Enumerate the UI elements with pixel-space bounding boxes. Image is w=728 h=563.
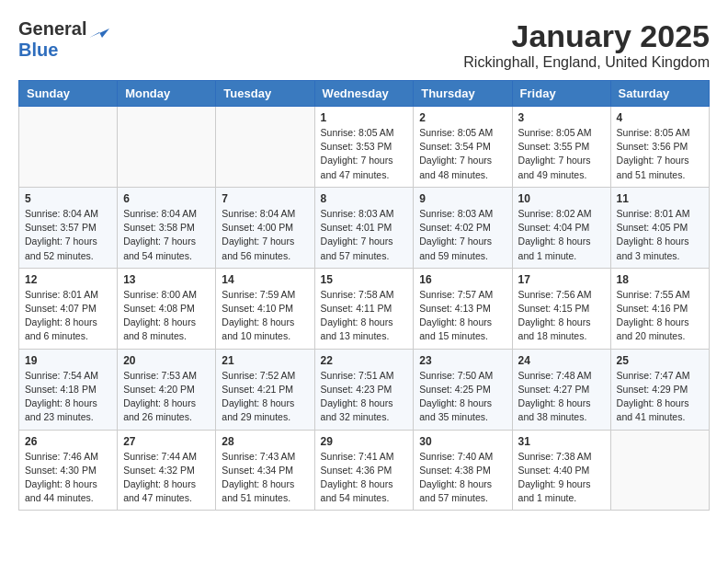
day-info: Sunrise: 8:05 AMSunset: 3:55 PMDaylight:… xyxy=(518,126,605,182)
day-info: Sunrise: 8:02 AMSunset: 4:04 PMDaylight:… xyxy=(518,207,605,263)
logo: General Blue xyxy=(18,18,109,61)
day-info: Sunrise: 8:00 AMSunset: 4:08 PMDaylight:… xyxy=(123,288,210,344)
col-monday: Monday xyxy=(118,81,216,107)
day-number: 29 xyxy=(321,435,408,448)
day-number: 23 xyxy=(419,354,506,367)
calendar-cell xyxy=(118,107,216,188)
day-info: Sunrise: 8:05 AMSunset: 3:56 PMDaylight:… xyxy=(617,126,703,182)
calendar-cell: 30Sunrise: 7:40 AMSunset: 4:38 PMDayligh… xyxy=(414,430,512,511)
calendar-cell: 13Sunrise: 8:00 AMSunset: 4:08 PMDayligh… xyxy=(118,268,216,349)
day-info: Sunrise: 7:53 AMSunset: 4:20 PMDaylight:… xyxy=(123,369,210,425)
calendar-cell: 5Sunrise: 8:04 AMSunset: 3:57 PMDaylight… xyxy=(19,187,118,268)
calendar-cell: 3Sunrise: 8:05 AMSunset: 3:55 PMDaylight… xyxy=(512,107,610,188)
day-info: Sunrise: 8:03 AMSunset: 4:01 PMDaylight:… xyxy=(321,207,408,263)
day-info: Sunrise: 8:04 AMSunset: 3:58 PMDaylight:… xyxy=(123,207,210,263)
day-number: 7 xyxy=(222,192,308,205)
calendar-cell: 6Sunrise: 8:04 AMSunset: 3:58 PMDaylight… xyxy=(118,187,216,268)
day-info: Sunrise: 7:52 AMSunset: 4:21 PMDaylight:… xyxy=(222,369,308,425)
col-thursday: Thursday xyxy=(414,81,512,107)
calendar-cell xyxy=(19,107,118,188)
day-info: Sunrise: 8:05 AMSunset: 3:54 PMDaylight:… xyxy=(419,126,506,182)
day-info: Sunrise: 7:51 AMSunset: 4:23 PMDaylight:… xyxy=(321,369,408,425)
calendar-cell: 8Sunrise: 8:03 AMSunset: 4:01 PMDaylight… xyxy=(314,187,414,268)
day-info: Sunrise: 8:01 AMSunset: 4:07 PMDaylight:… xyxy=(25,288,111,344)
day-info: Sunrise: 8:04 AMSunset: 3:57 PMDaylight:… xyxy=(25,207,111,263)
calendar-cell xyxy=(216,107,314,188)
day-info: Sunrise: 7:57 AMSunset: 4:13 PMDaylight:… xyxy=(419,288,506,344)
calendar-week-row: 1Sunrise: 8:05 AMSunset: 3:53 PMDaylight… xyxy=(19,107,710,188)
calendar-cell: 23Sunrise: 7:50 AMSunset: 4:25 PMDayligh… xyxy=(414,349,512,430)
col-sunday: Sunday xyxy=(19,81,118,107)
calendar-cell: 1Sunrise: 8:05 AMSunset: 3:53 PMDaylight… xyxy=(314,107,414,188)
day-info: Sunrise: 7:56 AMSunset: 4:15 PMDaylight:… xyxy=(518,288,605,344)
col-friday: Friday xyxy=(512,81,610,107)
day-number: 14 xyxy=(222,273,308,286)
calendar-cell: 17Sunrise: 7:56 AMSunset: 4:15 PMDayligh… xyxy=(512,268,610,349)
header: General Blue January 2025 Rickinghall, E… xyxy=(18,18,710,71)
day-number: 30 xyxy=(419,435,506,448)
calendar-cell xyxy=(610,430,709,511)
calendar-cell: 21Sunrise: 7:52 AMSunset: 4:21 PMDayligh… xyxy=(216,349,314,430)
col-saturday: Saturday xyxy=(610,81,709,107)
day-number: 25 xyxy=(617,354,703,367)
day-info: Sunrise: 7:46 AMSunset: 4:30 PMDaylight:… xyxy=(25,450,111,506)
day-number: 15 xyxy=(321,273,408,286)
day-info: Sunrise: 7:41 AMSunset: 4:36 PMDaylight:… xyxy=(321,450,408,506)
calendar-cell: 7Sunrise: 8:04 AMSunset: 4:00 PMDaylight… xyxy=(216,187,314,268)
day-info: Sunrise: 7:50 AMSunset: 4:25 PMDaylight:… xyxy=(419,369,506,425)
calendar-week-row: 5Sunrise: 8:04 AMSunset: 3:57 PMDaylight… xyxy=(19,187,710,268)
col-wednesday: Wednesday xyxy=(314,81,414,107)
calendar-cell: 25Sunrise: 7:47 AMSunset: 4:29 PMDayligh… xyxy=(610,349,709,430)
day-info: Sunrise: 7:43 AMSunset: 4:34 PMDaylight:… xyxy=(222,450,308,506)
day-number: 27 xyxy=(123,435,210,448)
day-info: Sunrise: 7:48 AMSunset: 4:27 PMDaylight:… xyxy=(518,369,605,425)
day-number: 1 xyxy=(321,111,408,124)
calendar-cell: 9Sunrise: 8:03 AMSunset: 4:02 PMDaylight… xyxy=(414,187,512,268)
day-number: 26 xyxy=(25,435,111,448)
calendar-cell: 18Sunrise: 7:55 AMSunset: 4:16 PMDayligh… xyxy=(610,268,709,349)
day-number: 13 xyxy=(123,273,210,286)
calendar-week-row: 26Sunrise: 7:46 AMSunset: 4:30 PMDayligh… xyxy=(19,430,710,511)
day-number: 10 xyxy=(518,192,605,205)
day-info: Sunrise: 7:55 AMSunset: 4:16 PMDaylight:… xyxy=(617,288,703,344)
day-number: 28 xyxy=(222,435,308,448)
calendar-table: Sunday Monday Tuesday Wednesday Thursday… xyxy=(18,80,710,511)
day-info: Sunrise: 7:47 AMSunset: 4:29 PMDaylight:… xyxy=(617,369,703,425)
calendar-cell: 22Sunrise: 7:51 AMSunset: 4:23 PMDayligh… xyxy=(314,349,414,430)
calendar-cell: 16Sunrise: 7:57 AMSunset: 4:13 PMDayligh… xyxy=(414,268,512,349)
day-number: 24 xyxy=(518,354,605,367)
title-area: January 2025 Rickinghall, England, Unite… xyxy=(463,18,710,71)
calendar-cell: 11Sunrise: 8:01 AMSunset: 4:05 PMDayligh… xyxy=(610,187,709,268)
day-info: Sunrise: 8:04 AMSunset: 4:00 PMDaylight:… xyxy=(222,207,308,263)
logo-general: General xyxy=(18,18,86,40)
day-number: 16 xyxy=(419,273,506,286)
day-info: Sunrise: 7:38 AMSunset: 4:40 PMDaylight:… xyxy=(518,450,605,506)
svg-marker-0 xyxy=(89,29,109,38)
location: Rickinghall, England, United Kingdom xyxy=(463,54,710,71)
day-number: 21 xyxy=(222,354,308,367)
calendar-cell: 26Sunrise: 7:46 AMSunset: 4:30 PMDayligh… xyxy=(19,430,118,511)
day-number: 9 xyxy=(419,192,506,205)
calendar-cell: 15Sunrise: 7:58 AMSunset: 4:11 PMDayligh… xyxy=(314,268,414,349)
calendar-cell: 12Sunrise: 8:01 AMSunset: 4:07 PMDayligh… xyxy=(19,268,118,349)
day-info: Sunrise: 8:01 AMSunset: 4:05 PMDaylight:… xyxy=(617,207,703,263)
day-number: 4 xyxy=(617,111,703,124)
day-info: Sunrise: 7:58 AMSunset: 4:11 PMDaylight:… xyxy=(321,288,408,344)
day-info: Sunrise: 8:03 AMSunset: 4:02 PMDaylight:… xyxy=(419,207,506,263)
day-number: 8 xyxy=(321,192,408,205)
day-number: 2 xyxy=(419,111,506,124)
calendar-cell: 4Sunrise: 8:05 AMSunset: 3:56 PMDaylight… xyxy=(610,107,709,188)
col-tuesday: Tuesday xyxy=(216,81,314,107)
day-number: 18 xyxy=(617,273,703,286)
day-number: 12 xyxy=(25,273,111,286)
calendar-cell: 20Sunrise: 7:53 AMSunset: 4:20 PMDayligh… xyxy=(118,349,216,430)
calendar-cell: 28Sunrise: 7:43 AMSunset: 4:34 PMDayligh… xyxy=(216,430,314,511)
calendar-cell: 27Sunrise: 7:44 AMSunset: 4:32 PMDayligh… xyxy=(118,430,216,511)
calendar-cell: 29Sunrise: 7:41 AMSunset: 4:36 PMDayligh… xyxy=(314,430,414,511)
day-info: Sunrise: 8:05 AMSunset: 3:53 PMDaylight:… xyxy=(321,126,408,182)
calendar-cell: 19Sunrise: 7:54 AMSunset: 4:18 PMDayligh… xyxy=(19,349,118,430)
calendar-cell: 2Sunrise: 8:05 AMSunset: 3:54 PMDaylight… xyxy=(414,107,512,188)
calendar-cell: 10Sunrise: 8:02 AMSunset: 4:04 PMDayligh… xyxy=(512,187,610,268)
day-info: Sunrise: 7:44 AMSunset: 4:32 PMDaylight:… xyxy=(123,450,210,506)
day-number: 6 xyxy=(123,192,210,205)
